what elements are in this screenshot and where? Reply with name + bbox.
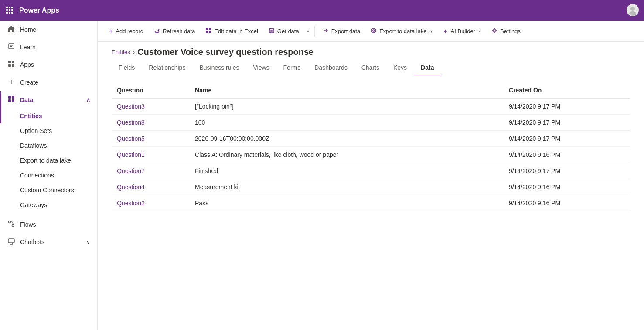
breadcrumb-parent[interactable]: Entities	[112, 49, 130, 55]
svg-rect-0	[6, 7, 8, 8]
table-cell-name: Measurement kit	[190, 179, 504, 195]
svg-rect-32	[209, 31, 211, 33]
tab-fields[interactable]: Fields	[112, 61, 142, 75]
svg-rect-2	[11, 7, 13, 8]
sidebar-sub-item-entities[interactable]: Entities	[0, 109, 97, 123]
tab-relationships[interactable]: Relationships	[142, 61, 192, 75]
toolbar: + Add record Refresh data	[98, 21, 644, 42]
edit-data-in-excel-button[interactable]: Edit data in Excel	[201, 25, 262, 37]
sidebar-label-data: Data	[20, 96, 33, 103]
svg-rect-6	[6, 12, 8, 14]
svg-point-37	[494, 30, 495, 31]
export-lake-icon	[371, 27, 377, 35]
sidebar-label-chatbots: Chatbots	[20, 238, 44, 245]
table-cell-question[interactable]: Question5	[112, 131, 190, 147]
table-cell-question[interactable]: Question1	[112, 147, 190, 163]
sidebar-label-flows: Flows	[20, 221, 36, 228]
sidebar-sub-item-dataflows[interactable]: Dataflows	[0, 138, 97, 153]
topbar-avatar-icon[interactable]	[627, 4, 639, 17]
table-cell-question[interactable]: Question7	[112, 163, 190, 179]
svg-rect-30	[209, 28, 211, 30]
sidebar-sub-label-dataflows: Dataflows	[20, 142, 47, 149]
grid-icon[interactable]	[5, 6, 14, 16]
tab-keys[interactable]: Keys	[386, 61, 414, 75]
sidebar-item-chatbots[interactable]: Chatbots ∨	[0, 233, 97, 251]
table-cell-created-on: 9/14/2020 9:17 PM	[504, 163, 630, 179]
table-cell-created-on: 9/14/2020 9:17 PM	[504, 131, 630, 147]
tab-business-rules[interactable]: Business rules	[192, 61, 246, 75]
export-to-data-lake-button[interactable]: Export to data lake ▾	[366, 25, 436, 37]
sidebar-item-create[interactable]: + Create	[0, 73, 97, 91]
svg-rect-18	[12, 64, 14, 67]
sidebar-label-home: Home	[20, 26, 36, 33]
sidebar-item-apps[interactable]: Apps	[0, 56, 97, 73]
data-table: Question Name Created On Question3["Lock…	[112, 82, 630, 211]
svg-rect-16	[12, 61, 14, 63]
sidebar-sub-label-option-sets: Option Sets	[20, 127, 52, 134]
tab-forms[interactable]: Forms	[276, 61, 308, 75]
breadcrumb-current: Customer Voice survey question response	[137, 47, 313, 57]
table-cell-created-on: 9/14/2020 9:16 PM	[504, 179, 630, 195]
ai-builder-button[interactable]: ✦ AI Builder ▾	[439, 25, 485, 37]
sidebar-item-flows[interactable]: Flows	[0, 216, 97, 233]
tab-views[interactable]: Views	[246, 61, 276, 75]
sidebar-sub-item-option-sets[interactable]: Option Sets	[0, 123, 97, 138]
svg-rect-19	[8, 96, 11, 99]
sidebar-label-create: Create	[20, 79, 38, 86]
ai-builder-chevron-icon: ▾	[479, 29, 481, 34]
main-layout: Home Learn Apps	[0, 21, 644, 330]
svg-rect-4	[9, 9, 10, 11]
sidebar-sub-item-export-to-data-lake[interactable]: Export to data lake	[0, 153, 97, 168]
sidebar-sub-item-custom-connectors[interactable]: Custom Connectors	[0, 183, 97, 197]
table-row: Question2Pass9/14/2020 9:16 PM	[112, 195, 630, 211]
sidebar: Home Learn Apps	[0, 21, 98, 330]
svg-rect-1	[9, 7, 10, 8]
tab-charts[interactable]: Charts	[354, 61, 386, 75]
sidebar-item-home[interactable]: Home	[0, 21, 97, 38]
add-record-button[interactable]: + Add record	[105, 25, 148, 38]
svg-rect-22	[12, 99, 14, 102]
table-cell-question[interactable]: Question3	[112, 99, 190, 115]
get-data-chevron-icon: ▾	[307, 29, 309, 34]
get-data-dropdown-button[interactable]: ▾	[305, 26, 311, 36]
table-cell-created-on: 9/14/2020 9:16 PM	[504, 195, 630, 211]
chatbots-chevron-icon: ∨	[86, 239, 90, 245]
table-cell-name: Pass	[190, 195, 504, 211]
tab-data[interactable]: Data	[414, 61, 441, 75]
settings-button[interactable]: Settings	[487, 25, 525, 37]
svg-point-36	[373, 30, 375, 31]
svg-point-10	[630, 7, 635, 11]
sidebar-label-learn: Learn	[20, 44, 36, 51]
apps-icon	[7, 60, 16, 69]
refresh-icon	[154, 27, 160, 35]
svg-rect-20	[12, 96, 14, 99]
table-cell-created-on: 9/14/2020 9:17 PM	[504, 115, 630, 131]
table-row: Question7Finished9/14/2020 9:17 PM	[112, 163, 630, 179]
breadcrumb: Entities › Customer Voice survey questio…	[98, 42, 644, 57]
home-icon	[7, 25, 16, 34]
svg-rect-29	[206, 28, 208, 30]
table-cell-question[interactable]: Question8	[112, 115, 190, 131]
tab-dashboards[interactable]: Dashboards	[307, 61, 354, 75]
refresh-data-button[interactable]: Refresh data	[150, 25, 199, 37]
col-header-created-on[interactable]: Created On	[504, 82, 630, 99]
table-cell-question[interactable]: Question2	[112, 195, 190, 211]
table-cell-created-on: 9/14/2020 9:16 PM	[504, 147, 630, 163]
table-cell-created-on: 9/14/2020 9:17 PM	[504, 99, 630, 115]
svg-rect-5	[11, 9, 13, 11]
svg-point-24	[12, 225, 14, 227]
col-header-name[interactable]: Name	[190, 82, 504, 99]
get-data-button[interactable]: Get data	[264, 25, 303, 37]
tabs-bar: Fields Relationships Business rules View…	[98, 57, 644, 75]
table-row: Question4Measurement kit9/14/2020 9:16 P…	[112, 179, 630, 195]
sidebar-sub-item-gateways[interactable]: Gateways	[0, 197, 97, 212]
col-header-question[interactable]: Question	[112, 82, 190, 99]
export-data-button[interactable]: Export data	[318, 25, 365, 37]
settings-icon	[491, 27, 497, 35]
sidebar-item-data[interactable]: Data ∧	[0, 91, 97, 109]
svg-point-11	[629, 11, 636, 16]
get-data-icon	[269, 27, 275, 35]
table-cell-question[interactable]: Question4	[112, 179, 190, 195]
sidebar-item-learn[interactable]: Learn	[0, 38, 97, 56]
sidebar-sub-item-connections[interactable]: Connections	[0, 168, 97, 183]
